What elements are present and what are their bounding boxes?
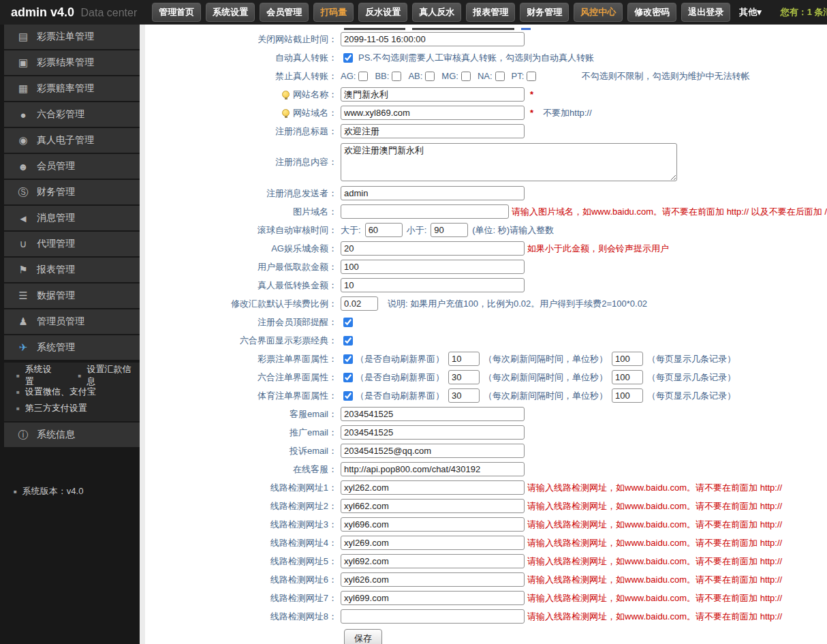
sidebar-item-finance[interactable]: Ⓢ 财务管理 [4, 180, 140, 204]
line-check-4-label: 线路检测网址4： [145, 537, 341, 549]
lottery-refresh-interval-input[interactable] [448, 352, 480, 366]
na-checkbox[interactable] [495, 72, 505, 81]
submenu-remittance-info[interactable]: ■ 设置汇款信息 [78, 363, 140, 388]
bullet-icon: ■ [14, 489, 17, 495]
service-email-input[interactable] [341, 407, 525, 421]
rolling-lt-input[interactable] [431, 223, 468, 237]
sidebar-item-messages[interactable]: ◄ 消息管理 [4, 206, 140, 230]
form-row-lhc-show-classic: 六合界面显示彩票经典： [145, 331, 827, 350]
line-check-2-input[interactable] [341, 499, 525, 513]
sidebar-item-label: 彩票赔率管理 [37, 82, 94, 95]
nav-home-button[interactable]: 管理首页 [152, 3, 201, 22]
sidebar-item-label: 系统管理 [37, 341, 75, 354]
rocket-icon: ✈ [15, 341, 31, 354]
settings-form: 关闭网站截止时间： 自动真人转账： PS.不勾选则需要人工审核真人转账，勾选则为… [140, 25, 827, 644]
line-check-7-input[interactable] [341, 591, 525, 605]
promo-email-label: 推广email： [145, 427, 341, 439]
promo-email-input[interactable] [341, 425, 525, 440]
reg-msg-sender-label: 注册消息发送者： [145, 187, 341, 200]
nav-report-mgmt-button[interactable]: 报表管理 [466, 3, 515, 22]
line-check-4-input[interactable] [341, 536, 525, 550]
min-withdraw-label: 用户最低取款金额： [145, 261, 341, 273]
sports-bet-ui-checkbox[interactable] [343, 391, 353, 401]
min-convert-label: 真人最低转换金额： [145, 279, 341, 292]
line-check-6-input[interactable] [341, 572, 525, 587]
submenu-wechat-alipay[interactable]: ■ 设置微信、支付宝 [16, 386, 96, 398]
form-row-lottery-bet-ui: 彩票注单界面属性： （是否自动刷新界面） （每次刷新间隔时间，单位秒） （每页显… [145, 350, 827, 368]
sidebar-item-lottery-orders[interactable]: ▤ 彩票注单管理 [4, 25, 140, 49]
auto-transfer-checkbox[interactable] [343, 53, 353, 63]
mg-checkbox[interactable] [461, 72, 471, 81]
sidebar-item-system-info[interactable]: ⓘ 系统信息 [4, 423, 140, 447]
line-check-3-input[interactable] [341, 517, 525, 532]
lhc-bet-ui-checkbox[interactable] [343, 373, 353, 382]
nav-more-dropdown[interactable]: 其他▾ [739, 6, 762, 18]
sidebar-item-label: 会员管理 [37, 160, 75, 172]
line-check-hint: 请输入线路检测网址，如www.baidu.com。请不要在前面加 http:// [527, 555, 782, 568]
sidebar-item-label: 报表管理 [37, 264, 75, 276]
site-name-input[interactable] [341, 87, 525, 102]
reg-msg-title-input[interactable] [341, 124, 525, 138]
sports-per-page-input[interactable] [612, 388, 643, 403]
fee-ratio-input[interactable] [341, 296, 378, 311]
close-time-input[interactable] [341, 32, 525, 46]
line-check-1-input[interactable] [341, 480, 525, 495]
sidebar-item-lottery-results[interactable]: ▣ 彩票结果管理 [4, 50, 140, 75]
nav-live-rebate-button[interactable]: 真人反水 [412, 3, 461, 22]
ag-checkbox[interactable] [358, 72, 368, 81]
online-service-input[interactable] [341, 462, 525, 476]
lottery-bet-ui-checkbox[interactable] [343, 354, 353, 364]
reg-msg-content-textarea[interactable]: 欢迎注册澳門新永利 [341, 143, 677, 181]
close-time-label: 关闭网站截止时间： [145, 33, 341, 46]
nav-member-mgmt-button[interactable]: 会员管理 [260, 3, 309, 22]
ag-balance-input[interactable] [341, 241, 525, 256]
line-check-8-label: 线路检测网址8： [145, 611, 341, 623]
form-row-line-check-3: 线路检测网址3： 请输入线路检测网址，如www.baidu.com。请不要在前面… [145, 515, 827, 534]
sports-refresh-interval-input[interactable] [448, 388, 480, 403]
system-mgmt-submenu: ■ 系统设置 ■ 设置汇款信息 ■ 设置微信、支付宝 ■ 第三方支付设置 [4, 363, 140, 421]
bb-checkbox[interactable] [392, 72, 401, 81]
ab-checkbox[interactable] [425, 72, 435, 81]
rolling-gt-input[interactable] [365, 223, 403, 237]
lhc-refresh-interval-input[interactable] [448, 370, 480, 384]
min-convert-input[interactable] [341, 278, 525, 292]
sidebar-item-lottery-odds[interactable]: ▦ 彩票赔率管理 [4, 76, 140, 101]
sidebar-item-agents[interactable]: ∪ 代理管理 [4, 232, 140, 256]
sidebar-item-system-mgmt[interactable]: ✈ 系统管理 [4, 335, 140, 360]
reg-msg-sender-input[interactable] [341, 186, 525, 200]
per-page-hint: （每页显示几条记录） [647, 353, 736, 365]
top-reminder-checkbox[interactable] [343, 318, 353, 327]
nav-rebate-settings-button[interactable]: 反水设置 [358, 3, 407, 22]
greater-than-label: 大于: [341, 224, 361, 236]
min-withdraw-input[interactable] [341, 260, 525, 274]
line-check-5-input[interactable] [341, 554, 525, 568]
pt-checkbox[interactable] [527, 72, 536, 81]
version-text: 系统版本：v4.0 [22, 485, 84, 497]
sidebar-item-data[interactable]: ☰ 数据管理 [4, 283, 140, 308]
submenu-third-party-payment[interactable]: ■ 第三方支付设置 [16, 402, 87, 414]
lottery-per-page-input[interactable] [612, 352, 643, 366]
nav-change-password-button[interactable]: 修改密码 [627, 3, 676, 22]
lhc-per-page-input[interactable] [612, 370, 643, 384]
nav-betting-volume-button[interactable]: 打码量 [313, 3, 354, 22]
site-domain-input[interactable] [341, 106, 525, 120]
complaint-email-input[interactable] [341, 444, 525, 458]
line-check-8-input[interactable] [341, 609, 525, 624]
interval-hint: （每次刷新间隔时间，单位秒） [484, 390, 608, 402]
sidebar-item-live-electronic[interactable]: ◉ 真人电子管理 [4, 128, 140, 153]
sidebar-item-mark-six[interactable]: ● 六合彩管理 [4, 102, 140, 127]
nav-risk-center-button[interactable]: 风控中心 [574, 3, 623, 22]
sidebar-item-reports[interactable]: ⚑ 报表管理 [4, 258, 140, 282]
nav-finance-mgmt-button[interactable]: 财务管理 [520, 3, 569, 22]
nav-system-settings-button[interactable]: 系统设置 [206, 3, 255, 22]
lhc-bet-ui-label: 六合注单界面属性： [145, 371, 341, 384]
submenu-system-settings[interactable]: ■ 系统设置 [16, 363, 61, 388]
sidebar-item-members[interactable]: ☻ 会员管理 [4, 154, 140, 179]
sidebar-item-label: 六合彩管理 [37, 108, 84, 121]
system-version: ■ 系统版本：v4.0 [0, 485, 140, 497]
image-domain-input[interactable] [341, 204, 509, 219]
sidebar-item-administrators[interactable]: ♟ 管理员管理 [4, 309, 140, 334]
lhc-show-classic-checkbox[interactable] [343, 336, 353, 346]
save-button[interactable]: 保存 [344, 629, 382, 644]
nav-logout-button[interactable]: 退出登录 [681, 3, 730, 22]
